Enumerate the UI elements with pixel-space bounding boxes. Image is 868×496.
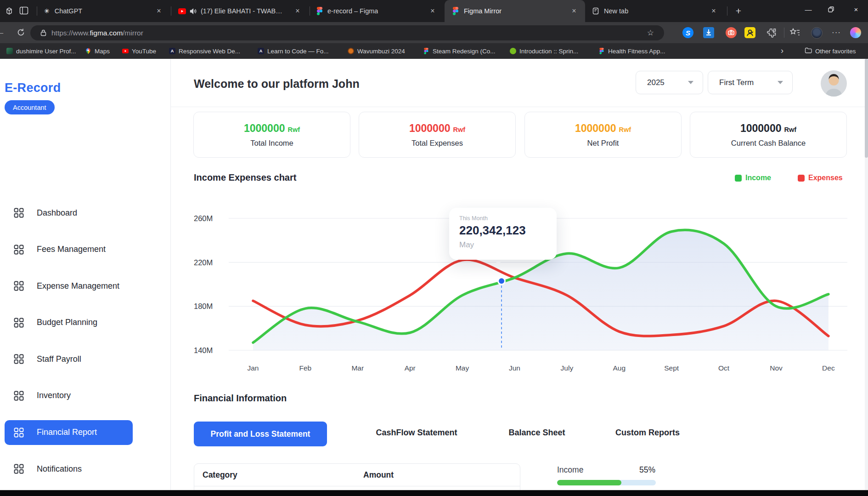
browser-toolbar: ← https://www.figma.com/mirror ☆ S ··· xyxy=(0,22,868,43)
url-path: /mirror xyxy=(123,29,143,37)
chart-tooltip: This Month 220,342,123 May xyxy=(449,208,557,260)
tab-close-icon[interactable]: × xyxy=(428,6,437,16)
svg-text:Nov: Nov xyxy=(770,364,783,372)
chart-title: Income Expenses chart xyxy=(194,172,296,183)
workspaces-icon[interactable] xyxy=(5,6,14,16)
profile-extension-icon[interactable] xyxy=(744,27,756,39)
sidebar-item-staff-payroll[interactable]: Staff Payroll xyxy=(0,347,170,371)
page-scrollbar-thumb[interactable] xyxy=(865,59,868,158)
back-icon[interactable]: ← xyxy=(0,27,5,37)
tab-balance-sheet[interactable]: Balance Sheet xyxy=(508,428,565,438)
card-currency: Rwf xyxy=(784,126,796,133)
svg-text:Apr: Apr xyxy=(405,364,416,372)
sidebar-item-label: Staff Payroll xyxy=(37,354,81,364)
svg-text:Aug: Aug xyxy=(613,364,626,372)
a-monogram-favicon: A xyxy=(169,48,175,54)
camera-extension-icon[interactable] xyxy=(725,27,737,39)
tab-chatgpt[interactable]: ✳ ChatGPT × xyxy=(38,0,170,22)
grid-icon xyxy=(14,428,24,438)
favorite-star-icon[interactable]: ☆ xyxy=(647,28,654,38)
tab-youtube[interactable]: (17) Elie BAHATI - TWABONY × xyxy=(172,0,309,22)
tab-figma-mirror-active[interactable]: Figma Mirror × xyxy=(445,0,585,22)
user-avatar[interactable] xyxy=(821,70,847,97)
refresh-icon[interactable] xyxy=(17,28,25,37)
svg-text:220M: 220M xyxy=(194,258,213,267)
bookmark-learn-to-code[interactable]: A Learn to Code — Fo... xyxy=(258,43,329,59)
svg-text:July: July xyxy=(561,364,574,372)
sidebar-item-inventory[interactable]: Inventory xyxy=(0,383,170,408)
stat-card-net-profit: 1000000Rwf Net Profit xyxy=(524,112,682,158)
app-content: E-Record Accountant DashboardFees Manage… xyxy=(0,59,868,490)
copilot-icon[interactable] xyxy=(850,27,862,39)
card-value: 1000000 xyxy=(575,122,616,134)
bookmark-wavumbuzi[interactable]: Wavumbuzi 2024 xyxy=(348,43,405,59)
sidebar-item-expense-management[interactable]: Expense Management xyxy=(0,274,170,298)
tab-custom-reports[interactable]: Custom Reports xyxy=(615,428,680,438)
app-logo: E-Record xyxy=(5,81,61,95)
tab-audio-icon[interactable] xyxy=(190,8,197,14)
other-favorites-button[interactable]: Other favorites xyxy=(805,43,856,59)
svg-text:Sept: Sept xyxy=(664,364,679,372)
favorites-bar-icon[interactable] xyxy=(789,27,801,39)
figma-icon xyxy=(423,48,429,54)
tab-actions-icon[interactable] xyxy=(19,6,28,15)
youtube-icon xyxy=(178,8,186,14)
window-restore-button[interactable] xyxy=(820,0,841,18)
table-divider xyxy=(194,486,520,486)
browser-profile-avatar[interactable] xyxy=(811,27,823,39)
table-header-category: Category xyxy=(203,464,237,486)
new-tab-button[interactable]: + xyxy=(733,6,744,17)
tab-new-tab[interactable]: New tab × xyxy=(587,0,725,22)
sidebar-item-financial-report[interactable]: Financial Report xyxy=(5,420,133,445)
year-select[interactable]: 2025 xyxy=(636,71,703,94)
figma-icon xyxy=(453,7,458,15)
settings-more-icon[interactable]: ··· xyxy=(830,27,842,39)
income-progress-track xyxy=(557,480,656,485)
sidebar-item-notifications[interactable]: Notifications xyxy=(0,456,170,481)
extensions-puzzle-icon[interactable] xyxy=(766,27,778,39)
sidebar-item-budget-planning[interactable]: Budget Planning xyxy=(0,310,170,335)
card-currency: Rwf xyxy=(453,126,465,133)
tab-e-record-figma[interactable]: e-record – Figma × xyxy=(310,0,444,22)
tooltip-caption: This Month xyxy=(459,215,557,222)
sidebar-item-dashboard[interactable]: Dashboard xyxy=(0,200,170,225)
bookmark-youtube[interactable]: YouTube xyxy=(122,43,156,59)
bookmark-maps[interactable]: Maps xyxy=(85,43,110,59)
window-minimize-button[interactable]: — xyxy=(798,0,819,18)
sidebar-item-fees-management[interactable]: Fees Management xyxy=(0,237,170,262)
url-domain: figma.com xyxy=(90,29,123,37)
bookmark-introduction-spring[interactable]: Introduction :: Sprin... xyxy=(510,43,578,59)
tab-close-icon[interactable]: × xyxy=(293,6,302,16)
tab-close-icon[interactable]: × xyxy=(569,6,579,16)
tab-title: New tab xyxy=(604,7,628,15)
window-close-button[interactable]: × xyxy=(844,0,868,18)
shazam-extension-icon[interactable]: S xyxy=(682,27,694,39)
bookmarks-overflow-chevron[interactable]: › xyxy=(781,46,783,56)
tab-divider xyxy=(727,6,727,16)
tab-cashflow-statement[interactable]: CashFlow Statement xyxy=(376,428,457,438)
bookmark-responsive-web[interactable]: A Responsive Web De... xyxy=(169,43,240,59)
svg-text:180M: 180M xyxy=(194,302,213,310)
card-label: Total Expenses xyxy=(359,139,515,148)
downloader-extension-icon[interactable] xyxy=(703,27,715,39)
lock-icon[interactable] xyxy=(40,29,46,36)
grid-icon xyxy=(14,354,24,364)
svg-text:May: May xyxy=(456,364,469,372)
term-select[interactable]: First Term xyxy=(708,71,793,94)
legend-expenses: Expenses xyxy=(798,174,843,182)
tab-close-icon[interactable]: × xyxy=(709,6,718,16)
tab-title: (17) Elie BAHATI - TWABONY xyxy=(201,7,283,15)
bookmark-health-fitness[interactable]: Health Fitness App... xyxy=(598,43,665,59)
tab-close-icon[interactable]: × xyxy=(154,6,163,16)
grid-icon xyxy=(14,464,24,474)
card-value: 1000000 xyxy=(740,122,782,134)
bookmark-dushimire[interactable]: dushimire User Prof... xyxy=(6,43,76,59)
tab-title: e-record – Figma xyxy=(327,7,378,15)
url-scheme: https://www. xyxy=(51,29,90,37)
address-bar[interactable]: https://www.figma.com/mirror ☆ xyxy=(30,25,664,40)
sidebar-item-label: Inventory xyxy=(37,391,71,400)
card-value: 1000000 xyxy=(409,122,451,134)
tab-profit-and-loss[interactable]: Profit and Loss Statement xyxy=(194,422,327,446)
bookmark-steam-redesign[interactable]: Steam Redesign (Co... xyxy=(423,43,496,59)
card-label: Current Cash Balance xyxy=(690,139,846,148)
